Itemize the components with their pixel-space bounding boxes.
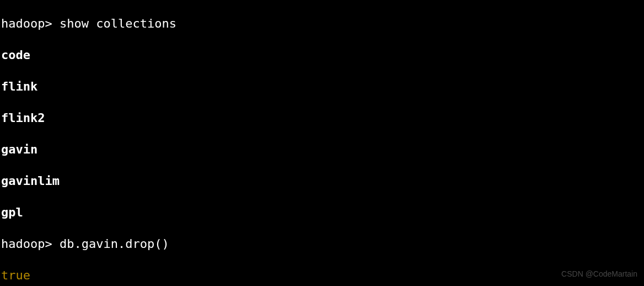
command-text: show collections <box>60 17 176 30</box>
drop-result: true <box>1 268 644 284</box>
prompt: hadoop> <box>1 17 52 30</box>
collection-item: gavinlim <box>1 173 644 189</box>
collection-item: flink2 <box>1 110 644 126</box>
command-line-1: hadoop> show collections <box>1 16 644 32</box>
terminal-output[interactable]: hadoop> show collections code flink flin… <box>1 0 644 286</box>
collection-item: gpl <box>1 205 644 221</box>
collection-item: flink <box>1 79 644 95</box>
collection-item: gavin <box>1 142 644 158</box>
watermark-text: CSDN @CodeMartain <box>561 266 637 282</box>
command-text: db.gavin.drop() <box>60 237 169 251</box>
prompt: hadoop> <box>1 237 52 251</box>
command-line-2: hadoop> db.gavin.drop() <box>1 236 644 252</box>
collection-item: code <box>1 47 644 63</box>
